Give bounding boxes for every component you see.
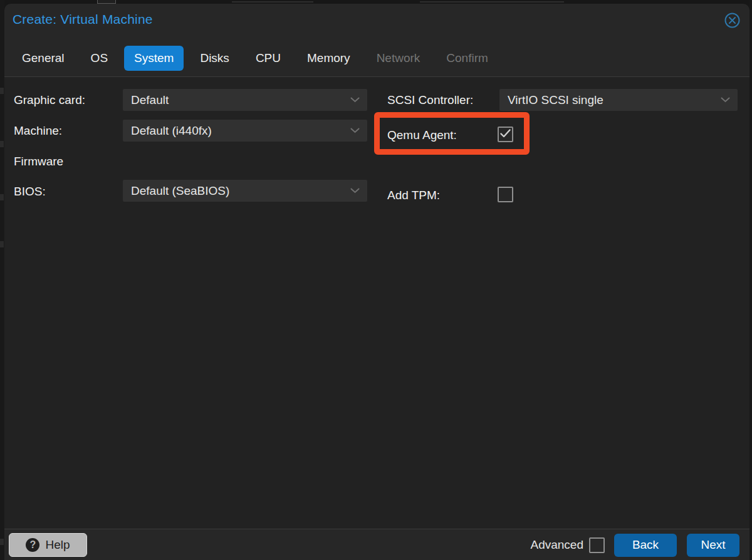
graphic-card-select[interactable]: Default [123,89,367,111]
create-vm-dialog: Create: Virtual Machine General OS Syste… [4,4,749,560]
machine-label: Machine: [14,124,62,138]
qemu-agent-label: Qemu Agent: [387,128,457,142]
close-button[interactable] [724,13,740,28]
help-button-label: Help [45,538,70,552]
chevron-down-icon [721,97,738,103]
chevron-down-icon [350,188,367,194]
background-artifact [420,1,564,3]
scsi-controller-label: SCSI Controller: [387,93,473,107]
bios-label: BIOS: [14,185,46,199]
graphic-card-label: Graphic card: [14,93,85,107]
background-left-strip [0,0,4,560]
help-button[interactable]: ? Help [9,533,87,557]
bios-select[interactable]: Default (SeaBIOS) [123,180,367,202]
machine-value: Default (i440fx) [123,124,350,138]
scsi-controller-select[interactable]: VirtIO SCSI single [499,89,738,111]
add-tpm-checkbox[interactable] [498,187,513,202]
next-button[interactable]: Next [687,534,739,557]
circle-x-close-icon [724,13,740,28]
background-right-strip [749,0,752,560]
tab-disks[interactable]: Disks [190,46,239,71]
system-form: Graphic card: Default Machine: Default (… [4,77,749,529]
chevron-down-icon [350,128,367,133]
dialog-footer: ? Help Advanced Back Next [4,529,749,560]
qemu-agent-checkbox[interactable] [498,127,513,142]
tab-cpu[interactable]: CPU [246,46,291,71]
advanced-checkbox[interactable] [589,537,605,553]
chevron-down-icon [350,97,367,103]
tab-system[interactable]: System [124,46,184,71]
dialog-titlebar: Create: Virtual Machine [4,4,749,35]
tab-general[interactable]: General [12,46,75,71]
question-mark-icon: ? [26,538,39,552]
bios-value: Default (SeaBIOS) [123,184,350,198]
back-button[interactable]: Back [614,534,677,557]
tab-confirm[interactable]: Confirm [436,46,498,71]
tab-os[interactable]: OS [81,46,118,71]
background-artifact [232,1,313,3]
advanced-label: Advanced [530,538,583,552]
graphic-card-value: Default [123,93,350,107]
checkmark-icon [500,129,511,140]
tab-network[interactable]: Network [367,46,431,71]
machine-select[interactable]: Default (i440fx) [123,120,367,142]
footer-actions: Advanced Back Next [530,533,739,557]
firmware-section-heading: Firmware [14,155,63,169]
tab-memory[interactable]: Memory [297,46,360,71]
add-tpm-label: Add TPM: [387,189,440,202]
wizard-tabs: General OS System Disks CPU Memory Netwo… [12,45,498,71]
dialog-title: Create: Virtual Machine [13,12,153,27]
scsi-controller-value: VirtIO SCSI single [499,93,721,107]
